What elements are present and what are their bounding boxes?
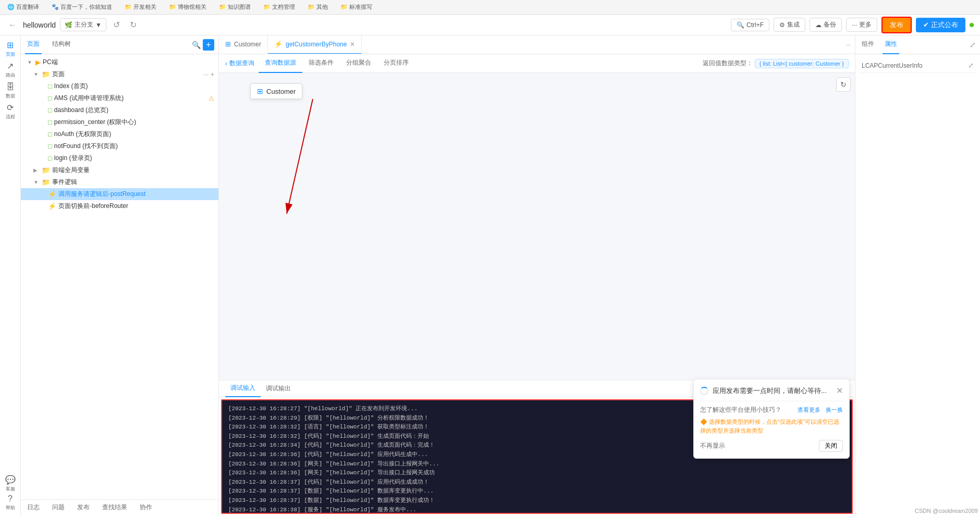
help-icon: ? <box>8 494 13 503</box>
publish-panel-header: 应用发布需要一点时间，请耐心等待... ✕ <box>700 386 843 396</box>
bottom-tab-publish[interactable]: 发布 <box>71 500 96 516</box>
bottom-tab-collab[interactable]: 协作 <box>133 500 158 516</box>
sidebar-icons: ⊞ 页面 ↗ 路由 🗄 数据 ⟳ 流程 💬 客服 ? 帮助 <box>0 35 21 516</box>
tips-content: 🔶 选择数据类型的时候，点击"仅选此项"可以清空已选择的类型并选择当前类型 <box>700 417 843 435</box>
knowledge-bookmark[interactable]: 📁 知识图谱 <box>216 2 254 12</box>
left-panel: 页面 结构树 🔍 + ▼ ▶ PC端 ▼ 📁 页面 ··· <box>21 35 219 516</box>
integrate-button[interactable]: ⚙ 集成 <box>774 18 805 32</box>
customer-node[interactable]: ⊞ Customer <box>250 83 302 99</box>
folder-more-icon[interactable]: ··· <box>203 71 209 78</box>
tab-group[interactable]: 分组聚合 <box>340 54 377 73</box>
expand-arrow-icon: ▼ <box>33 179 40 185</box>
sidebar-item-support[interactable]: 💬 客服 <box>1 474 20 493</box>
tab-page[interactable]: 页面 <box>25 35 42 54</box>
doc-tab-get-customer[interactable]: ⚡ getCustomerByPhone ✕ <box>268 35 362 54</box>
tree-item-ams[interactable]: ▶ □ AMS (试用申请管理系统) ⚠ <box>21 92 218 104</box>
branch-selector[interactable]: 🌿 主分支 ▼ <box>60 18 106 31</box>
docs-bookmark[interactable]: 📁 文档管理 <box>260 2 298 12</box>
undo-button[interactable]: ↺ <box>111 19 123 31</box>
events-folder-icon: 📁 <box>42 178 50 186</box>
tree-search-button[interactable]: 🔍 <box>192 39 201 51</box>
search-icon: 🔍 <box>737 21 744 29</box>
redo-button[interactable]: ↻ <box>127 19 140 31</box>
process-icon: ⟳ <box>7 103 14 113</box>
tree-add-button[interactable]: + <box>203 39 214 51</box>
tab-query-source[interactable]: 查询数据源 <box>259 54 302 73</box>
debug-tab-output[interactable]: 调试输出 <box>261 380 296 397</box>
console-line: [2023-12-30 16:28:37] [数据] "[helloworld]… <box>228 487 846 496</box>
branch-icon: 🌿 <box>65 21 72 29</box>
right-panel: 组件 属性 ⤢ LCAPCurrentUserInfo ⤢ 应用发布需要一点时间… <box>855 35 980 516</box>
translate-bookmark[interactable]: 🌐 百度翻译 <box>4 2 42 12</box>
page-icon: □ <box>48 94 52 102</box>
sidebar-item-process[interactable]: ⟳ 流程 <box>1 102 20 121</box>
tree-item-permission[interactable]: ▶ □ permission_center (权限中心) <box>21 116 218 128</box>
publish-panel-close-button[interactable]: ✕ <box>836 386 843 396</box>
debug-tab-input[interactable]: 调试输入 <box>225 380 261 397</box>
tree-item-dashboard[interactable]: ▶ □ dashboard (总览页) <box>21 104 218 116</box>
sidebar-item-route[interactable]: ↗ 路由 <box>1 60 20 79</box>
svg-line-1 <box>287 99 313 214</box>
deploy-button[interactable]: ✔ 正式公布 <box>916 18 965 32</box>
pages-folder-icon: 📁 <box>42 70 50 78</box>
console-line: [2023-12-30 16:28:36] [网关] "[helloworld]… <box>228 469 846 478</box>
tips-refresh-link[interactable]: 换一换 <box>826 407 843 413</box>
bottom-tab-issues[interactable]: 问题 <box>46 500 71 516</box>
back-to-data-query[interactable]: ‹ 数据查询 <box>225 59 254 68</box>
return-type-value: { list: List<{ customer: Customer } <box>755 59 849 68</box>
tree-item-global-vars[interactable]: ▶ 📁 前端全局变量 <box>21 164 218 176</box>
tree-item-index[interactable]: ▶ □ Index (首页) <box>21 80 218 92</box>
right-panel-expand-button[interactable]: ⤢ <box>970 41 976 49</box>
backup-button[interactable]: ☁ 备份 <box>810 18 842 32</box>
tree-item-login[interactable]: ▶ □ login (登录页) <box>21 152 218 164</box>
tab-properties[interactable]: 属性 <box>883 35 899 54</box>
baidu-bookmark[interactable]: 🐾 百度一下，你就知道 <box>48 2 115 12</box>
event-icon: ⚡ <box>48 202 56 210</box>
tips-more-link[interactable]: 查看更多 <box>798 407 820 413</box>
standard-bookmark[interactable]: 📁 标准摸写 <box>337 2 375 12</box>
checkmark-icon: ✔ <box>923 21 929 29</box>
tree-item-post-request[interactable]: ▶ ⚡ 调用服务请逻辑后-postRequest <box>21 188 218 200</box>
page-icon: □ <box>48 106 52 114</box>
tree-item-events-folder[interactable]: ▼ 📁 事件逻辑 <box>21 176 218 188</box>
publish-panel: 应用发布需要一点时间，请耐心等待... ✕ 怎了解这些平台使用小技巧？ 查看更多… <box>693 379 850 459</box>
more-button[interactable]: ··· 更多 <box>846 18 877 32</box>
sidebar-item-data[interactable]: 🗄 数据 <box>1 81 20 100</box>
return-type-display: 返回值数据类型： { list: List<{ customer: Custom… <box>703 59 849 68</box>
tree-item-before-router[interactable]: ▶ ⚡ 页面切换前-beforeRouter <box>21 200 218 212</box>
bottom-tab-log[interactable]: 日志 <box>21 500 46 516</box>
search-button[interactable]: 🔍 Ctrl+F <box>731 19 769 31</box>
panel-close-button[interactable]: 关闭 <box>819 440 843 452</box>
canvas-refresh-button[interactable]: ↻ <box>836 77 851 92</box>
right-panel-content: LCAPCurrentUserInfo ⤢ <box>855 54 980 516</box>
content-toolbar: ‹ 数据查询 查询数据源 筛选条件 分组聚合 分页排序 返回值数据类型： { l… <box>219 54 855 73</box>
sidebar-item-help[interactable]: ? 帮助 <box>1 493 20 512</box>
other-bookmark[interactable]: 📁 其他 <box>304 2 331 12</box>
tree-item-pc[interactable]: ▼ ▶ PC端 <box>21 56 218 68</box>
tabs-overflow-button[interactable]: ··· <box>841 41 855 48</box>
tips-section: 怎了解这些平台使用小技巧？ 查看更多 换一换 🔶 选择数据类型的时候，点击"仅选… <box>700 401 843 435</box>
page-icon: □ <box>48 118 52 126</box>
doc-tab-customer[interactable]: ⊞ Customer <box>219 35 268 54</box>
folder-add-icon[interactable]: + <box>211 71 214 78</box>
tab-sort[interactable]: 分页排序 <box>377 54 415 73</box>
pc-section-icon: ▶ <box>35 58 41 66</box>
watermark: CSDN @cooldream2009 <box>915 508 978 514</box>
tree-item-noauth[interactable]: ▶ □ noAuth (无权限页面) <box>21 128 218 140</box>
bottom-tab-find[interactable]: 查找结果 <box>96 500 133 516</box>
publish-button[interactable]: 发布 <box>881 17 912 33</box>
back-button[interactable]: ← <box>6 19 19 31</box>
tips-title: 怎了解这些平台使用小技巧？ 查看更多 换一换 <box>700 406 843 414</box>
tab-components[interactable]: 组件 <box>860 35 876 54</box>
route-icon: ↗ <box>7 61 14 71</box>
sidebar-item-pages[interactable]: ⊞ 页面 <box>1 40 20 58</box>
tab-filter[interactable]: 筛选条件 <box>302 54 340 73</box>
console-line: [2023-12-30 16:28:37] [代码] "[helloworld]… <box>228 478 846 487</box>
tree-item-notfound[interactable]: ▶ □ notFound (找不到页面) <box>21 140 218 152</box>
tab-close-button[interactable]: ✕ <box>350 41 355 48</box>
tab-structure[interactable]: 结构树 <box>50 35 73 54</box>
museum-bookmark[interactable]: 📁 博物馆相关 <box>166 2 210 12</box>
property-expand-button[interactable]: ⤢ <box>968 62 974 69</box>
dev-bookmark[interactable]: 📁 开发相关 <box>121 2 160 12</box>
tree-item-pages-folder[interactable]: ▼ 📁 页面 ··· + <box>21 68 218 80</box>
